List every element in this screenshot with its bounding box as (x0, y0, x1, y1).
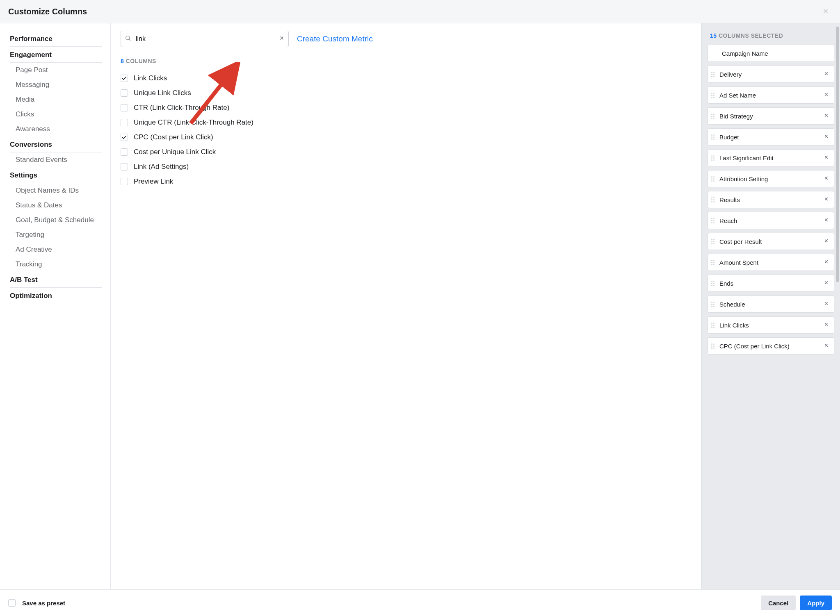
columns-count: 8 COLUMNS (121, 58, 693, 64)
dialog-footer: Save as preset Cancel Apply (0, 589, 840, 616)
search-input[interactable] (121, 31, 289, 47)
remove-column-icon[interactable] (822, 194, 831, 205)
drag-handle-icon[interactable] (710, 197, 715, 202)
checkbox[interactable] (121, 163, 128, 170)
column-option[interactable]: Unique Link Clicks (121, 86, 693, 100)
checkbox[interactable] (121, 178, 128, 185)
column-option[interactable]: Link Clicks (121, 71, 693, 86)
columns-pane: Create Custom Metric 8 COLUMNS Link Clic… (111, 23, 701, 589)
drag-handle-icon[interactable] (710, 239, 715, 244)
drag-handle-icon[interactable] (710, 343, 715, 349)
scrollbar-track[interactable] (836, 27, 839, 570)
drag-handle-icon[interactable] (710, 114, 715, 119)
selected-column[interactable]: Delivery (708, 66, 834, 83)
sidebar-item[interactable]: Tracking (10, 257, 102, 272)
remove-column-icon[interactable] (822, 90, 831, 100)
selected-column[interactable]: Budget (708, 128, 834, 145)
selected-column[interactable]: Attribution Setting (708, 170, 834, 187)
column-option[interactable]: CTR (Link Click-Through Rate) (121, 100, 693, 115)
dialog-title: Customize Columns (8, 7, 87, 16)
columns-count-label: COLUMNS (126, 58, 156, 64)
sidebar-heading[interactable]: A/B Test (10, 272, 102, 288)
remove-column-icon[interactable] (822, 111, 831, 121)
drag-handle-icon[interactable] (710, 302, 715, 307)
save-preset-label: Save as preset (22, 600, 65, 607)
column-option[interactable]: Cost per Unique Link Click (121, 145, 693, 159)
checkbox[interactable] (121, 119, 128, 126)
remove-column-icon[interactable] (822, 320, 831, 330)
sidebar-item[interactable]: Page Post (10, 63, 102, 77)
sidebar-heading[interactable]: Settings (10, 167, 102, 183)
checkbox[interactable] (121, 134, 128, 141)
remove-column-icon[interactable] (822, 152, 831, 163)
column-option-label: Link Clicks (134, 74, 167, 82)
create-custom-metric-link[interactable]: Create Custom Metric (297, 34, 373, 43)
sidebar-item[interactable]: Targeting (10, 227, 102, 242)
selected-column[interactable]: Results (708, 191, 834, 208)
selected-count-number: 15 (710, 32, 717, 39)
remove-column-icon[interactable] (822, 69, 831, 80)
sidebar-heading[interactable]: Conversions (10, 136, 102, 152)
sidebar-item[interactable]: Clicks (10, 107, 102, 122)
selected-column[interactable]: Amount Spent (708, 254, 834, 271)
sidebar-heading[interactable]: Optimization (10, 288, 102, 303)
scrollbar-thumb[interactable] (836, 27, 839, 282)
drag-handle-icon[interactable] (710, 155, 715, 161)
remove-column-icon[interactable] (822, 132, 831, 142)
remove-column-icon[interactable] (822, 215, 831, 226)
remove-column-icon[interactable] (822, 257, 831, 268)
drag-handle-icon[interactable] (710, 134, 715, 140)
clear-search-icon[interactable] (279, 35, 285, 43)
selected-column[interactable]: Ad Set Name (708, 86, 834, 104)
sidebar-heading[interactable]: Engagement (10, 47, 102, 63)
selected-column[interactable]: Cost per Result (708, 233, 834, 250)
selected-column[interactable]: Campaign Name (708, 45, 834, 62)
checkbox[interactable] (121, 104, 128, 111)
drag-handle-icon[interactable] (710, 72, 715, 77)
selected-column-label: Results (719, 196, 818, 203)
sidebar-heading[interactable]: Performance (10, 31, 102, 47)
selected-column[interactable]: Link Clicks (708, 316, 834, 334)
drag-handle-icon[interactable] (710, 323, 715, 328)
save-preset-checkbox[interactable] (8, 599, 16, 607)
remove-column-icon[interactable] (822, 236, 831, 247)
drag-handle-icon[interactable] (710, 281, 715, 286)
selected-column[interactable]: Ends (708, 275, 834, 292)
columns-count-number: 8 (121, 58, 124, 64)
sidebar-item[interactable]: Messaging (10, 77, 102, 92)
cancel-button[interactable]: Cancel (761, 596, 796, 610)
selected-column[interactable]: Last Significant Edit (708, 149, 834, 166)
remove-column-icon[interactable] (822, 173, 831, 184)
sidebar-item[interactable]: Awareness (10, 122, 102, 136)
checkbox[interactable] (121, 75, 128, 82)
sidebar-item[interactable]: Standard Events (10, 152, 102, 167)
save-as-preset[interactable]: Save as preset (8, 599, 65, 607)
sidebar-item[interactable]: Goal, Budget & Schedule (10, 213, 102, 227)
selected-column-label: CPC (Cost per Link Click) (719, 343, 818, 350)
drag-handle-icon[interactable] (710, 176, 715, 182)
selected-column-label: Budget (719, 134, 818, 141)
column-option[interactable]: Unique CTR (Link Click-Through Rate) (121, 115, 693, 130)
selected-column[interactable]: Bid Strategy (708, 107, 834, 125)
checkbox[interactable] (121, 148, 128, 156)
drag-handle-icon[interactable] (710, 260, 715, 265)
remove-column-icon[interactable] (822, 341, 831, 351)
drag-handle-icon[interactable] (710, 93, 715, 98)
remove-column-icon[interactable] (822, 299, 831, 309)
checkbox[interactable] (121, 89, 128, 97)
selected-count-label: COLUMNS SELECTED (719, 32, 783, 39)
close-icon[interactable] (819, 6, 832, 17)
sidebar-item[interactable]: Media (10, 92, 102, 107)
selected-column[interactable]: Schedule (708, 295, 834, 313)
column-option[interactable]: CPC (Cost per Link Click) (121, 130, 693, 145)
sidebar-item[interactable]: Ad Creative (10, 242, 102, 257)
column-option[interactable]: Preview Link (121, 174, 693, 189)
sidebar-item[interactable]: Object Names & IDs (10, 183, 102, 198)
apply-button[interactable]: Apply (800, 596, 832, 610)
drag-handle-icon[interactable] (710, 218, 715, 223)
sidebar-item[interactable]: Status & Dates (10, 198, 102, 213)
selected-column[interactable]: Reach (708, 212, 834, 229)
column-option[interactable]: Link (Ad Settings) (121, 159, 693, 174)
selected-column[interactable]: CPC (Cost per Link Click) (708, 337, 834, 355)
remove-column-icon[interactable] (822, 278, 831, 289)
